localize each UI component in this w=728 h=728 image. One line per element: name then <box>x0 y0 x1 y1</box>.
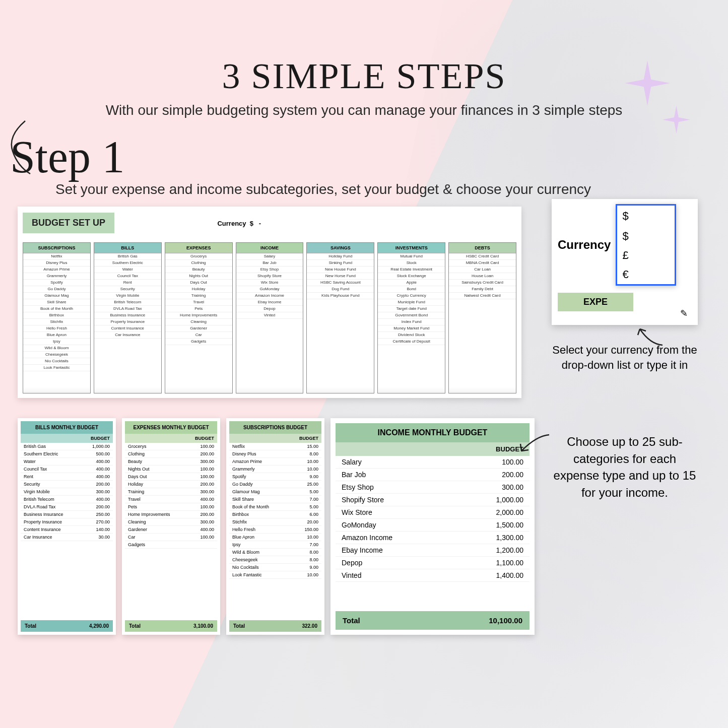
budget-row[interactable]: Skill Share7.00 <box>229 496 321 503</box>
budget-row[interactable]: Days Out100.00 <box>125 473 217 481</box>
budget-row[interactable]: Glamour Mag5.00 <box>229 488 321 496</box>
budget-row[interactable]: Hello Fresh150.00 <box>229 526 321 534</box>
category-item[interactable]: Car Insurance <box>94 332 161 339</box>
currency-selected[interactable]: $ <box>617 206 675 227</box>
category-item[interactable]: Netflix <box>23 253 90 260</box>
category-item[interactable]: House Loan <box>449 273 516 280</box>
category-item[interactable]: Mutual Fund <box>378 253 445 260</box>
currency-option[interactable]: £ <box>617 246 675 265</box>
budget-row[interactable]: Home Improvements200.00 <box>125 511 217 518</box>
budget-row[interactable]: Wild & Bloom8.00 <box>229 549 321 556</box>
category-item[interactable]: Home Improvements <box>165 312 232 319</box>
category-item[interactable]: Grocerys <box>165 253 232 260</box>
budget-row[interactable]: Holiday200.00 <box>125 481 217 488</box>
category-item[interactable]: Etsy Shop <box>236 267 303 273</box>
category-item[interactable]: Business Insurance <box>94 312 161 319</box>
category-item[interactable]: Training <box>165 293 232 299</box>
category-item[interactable]: Virgin Mobile <box>94 293 161 299</box>
category-item[interactable]: Skill Share <box>23 299 90 306</box>
category-item[interactable]: MBNA Credit Card <box>449 260 516 267</box>
budget-row[interactable]: Book of the Month5.00 <box>229 503 321 511</box>
budget-row[interactable]: Gadgets <box>125 541 217 549</box>
currency-option[interactable]: € <box>617 265 675 284</box>
category-item[interactable]: Nio Cocktails <box>23 358 90 365</box>
category-item[interactable]: Glamour Mag <box>23 293 90 299</box>
category-item[interactable]: Council Tax <box>94 273 161 280</box>
budget-row[interactable]: GoMonday1,500.00 <box>336 519 530 532</box>
category-item[interactable]: Southern Electric <box>94 260 161 267</box>
budget-row[interactable]: Salary100.00 <box>336 456 530 469</box>
budget-row[interactable]: Bar Job200.00 <box>336 469 530 481</box>
currency-field[interactable]: Currency $ - <box>217 220 261 227</box>
category-item[interactable]: Blue Apron <box>23 332 90 339</box>
budget-row[interactable]: Birthbox6.00 <box>229 511 321 518</box>
category-item[interactable]: Money Market Fund <box>378 325 445 332</box>
budget-row[interactable]: Stichfix20.00 <box>229 518 321 526</box>
budget-row[interactable]: Training300.00 <box>125 488 217 496</box>
budget-row[interactable]: Car Insurance30.00 <box>21 534 113 541</box>
category-item[interactable]: Stock <box>378 260 445 267</box>
category-item[interactable]: Depop <box>236 306 303 312</box>
category-item[interactable]: Gardener <box>165 325 232 332</box>
category-item[interactable]: Rent <box>94 280 161 286</box>
category-item[interactable]: Bond <box>378 286 445 293</box>
budget-row[interactable]: DVLA Road Tax200.00 <box>21 503 113 511</box>
category-item[interactable]: Government Bond <box>378 312 445 319</box>
category-item[interactable]: Amazon Prime <box>23 267 90 273</box>
category-item[interactable]: Sainsburys Credit Card <box>449 280 516 286</box>
category-item[interactable]: Real Estate Investment <box>378 267 445 273</box>
category-item[interactable]: Beauty <box>165 267 232 273</box>
category-item[interactable]: Security <box>94 286 161 293</box>
category-item[interactable]: Wix Store <box>236 280 303 286</box>
category-item[interactable]: HSBC Credit Card <box>449 253 516 260</box>
category-item[interactable]: Book of the Month <box>23 306 90 312</box>
budget-row[interactable]: Cheesegeek8.00 <box>229 556 321 564</box>
currency-option[interactable]: $ <box>617 227 675 246</box>
budget-row[interactable]: Go Daddy25.00 <box>229 481 321 488</box>
budget-row[interactable]: Amazon Prime10.00 <box>229 458 321 466</box>
category-item[interactable]: HSBC Saving Account <box>307 280 374 286</box>
category-item[interactable]: Car Loan <box>449 267 516 273</box>
budget-row[interactable]: British Gas1,000.00 <box>21 443 113 450</box>
budget-row[interactable]: Netflix15.00 <box>229 443 321 450</box>
category-item[interactable]: Index Fund <box>378 319 445 325</box>
category-item[interactable]: British Gas <box>94 253 161 260</box>
budget-row[interactable]: Pets100.00 <box>125 503 217 511</box>
category-item[interactable]: Clothing <box>165 260 232 267</box>
budget-row[interactable]: Blue Apron10.00 <box>229 534 321 541</box>
budget-row[interactable]: Amazon Income1,300.00 <box>336 532 530 544</box>
budget-row[interactable]: Shopify Store1,000.00 <box>336 494 530 506</box>
category-item[interactable]: Apple <box>378 280 445 286</box>
category-item[interactable]: Amazon Income <box>236 293 303 299</box>
category-item[interactable]: Look Fantastic <box>23 365 90 371</box>
budget-row[interactable]: Vinted1,400.00 <box>336 569 530 582</box>
budget-row[interactable]: Depop1,100.00 <box>336 557 530 569</box>
budget-row[interactable]: Nights Out100.00 <box>125 466 217 473</box>
category-item[interactable]: Sinking Fund <box>307 260 374 267</box>
category-item[interactable]: Gadgets <box>165 339 232 345</box>
category-item[interactable]: Vinted <box>236 312 303 319</box>
category-item[interactable]: Car <box>165 332 232 339</box>
budget-row[interactable]: Etsy Shop300.00 <box>336 481 530 494</box>
category-item[interactable]: Certificate of Deposit <box>378 339 445 345</box>
category-item[interactable]: Natwest Credit Card <box>449 293 516 299</box>
category-item[interactable]: Family Debt <box>449 286 516 293</box>
category-item[interactable]: Days Out <box>165 280 232 286</box>
category-item[interactable]: Disney Plus <box>23 260 90 267</box>
budget-row[interactable]: Car100.00 <box>125 534 217 541</box>
category-item[interactable]: Birthbox <box>23 312 90 319</box>
category-item[interactable]: Wild & Bloom <box>23 345 90 352</box>
category-item[interactable]: Salary <box>236 253 303 260</box>
budget-row[interactable]: Southern Electric500.00 <box>21 450 113 458</box>
category-item[interactable]: Spotify <box>23 280 90 286</box>
category-item[interactable]: Holiday Fund <box>307 253 374 260</box>
category-item[interactable]: Crypto Currency <box>378 293 445 299</box>
category-item[interactable]: New House Fund <box>307 267 374 273</box>
category-item[interactable]: Shopify Store <box>236 273 303 280</box>
category-item[interactable]: GoMonday <box>236 286 303 293</box>
category-item[interactable]: Cleaning <box>165 319 232 325</box>
category-item[interactable]: Hello Fresh <box>23 325 90 332</box>
category-item[interactable]: British Telecom <box>94 299 161 306</box>
category-item[interactable]: Cheesegeek <box>23 352 90 358</box>
category-item[interactable]: New Horse Fund <box>307 273 374 280</box>
